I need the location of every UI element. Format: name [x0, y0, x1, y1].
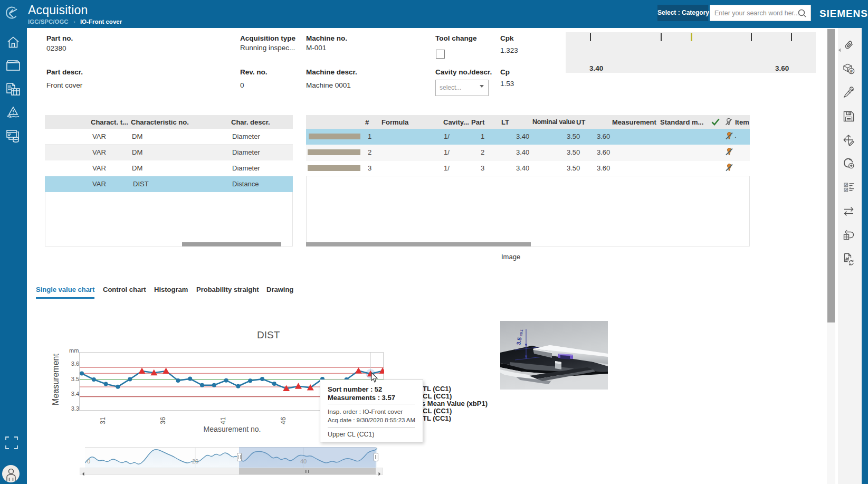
svg-text:40: 40 [300, 458, 307, 464]
svg-text:#: # [850, 69, 853, 74]
svg-text:0: 0 [87, 458, 90, 464]
svg-text:20: 20 [192, 458, 198, 464]
